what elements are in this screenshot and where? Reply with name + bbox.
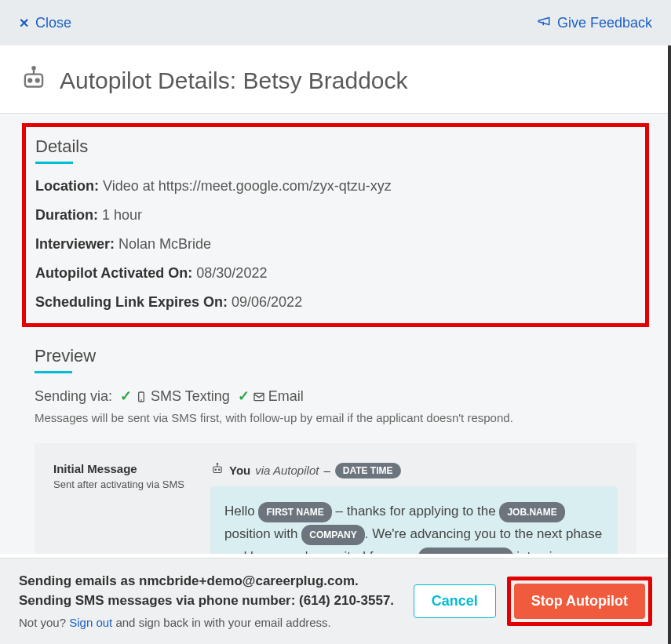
- message-header: You via Autopilot – DATE TIME: [210, 462, 618, 478]
- svg-point-1: [28, 79, 31, 82]
- detail-value: 1 hour: [98, 207, 142, 223]
- megaphone-icon: [537, 14, 551, 32]
- detail-row-activated: Autopilot Activated On: 08/30/2022: [35, 265, 636, 282]
- detail-label: Autopilot Activated On:: [35, 265, 192, 281]
- preview-heading: Preview: [35, 346, 96, 366]
- detail-value: Video at https://meet.google.com/zyx-qtz…: [99, 178, 392, 194]
- message-body: Hello FIRST NAME – thanks for applying t…: [210, 486, 618, 554]
- detail-row-expires: Scheduling Link Expires On: 09/06/2022: [35, 294, 636, 311]
- heading-underline: [35, 162, 73, 164]
- detail-row-location: Location: Video at https://meet.google.c…: [35, 178, 636, 195]
- details-card: Details Location: Video at https://meet.…: [22, 123, 649, 327]
- datetime-pill: DATE TIME: [335, 463, 401, 478]
- detail-label: Duration:: [35, 207, 98, 223]
- close-button[interactable]: ✕ Close: [19, 15, 71, 31]
- interviewtype-pill: INTERVIEW.TYPE: [418, 548, 512, 554]
- details-heading: Details: [35, 136, 88, 157]
- page-title: Autopilot Details: Betsy Braddock: [60, 67, 408, 94]
- detail-row-interviewer: Interviewer: Nolan McBride: [35, 236, 636, 253]
- message-card: Initial Message Sent after activating vi…: [35, 443, 636, 554]
- you-label: You: [229, 464, 250, 477]
- svg-rect-8: [213, 467, 222, 473]
- svg-point-10: [219, 469, 221, 471]
- stop-autopilot-button[interactable]: Stop Autopilot: [514, 584, 645, 619]
- jobname-pill: JOB.NAME: [499, 502, 564, 522]
- footer-bar: Sending emails as nmcbride+demo@careerpl…: [0, 558, 671, 644]
- footer-notyou-line: Not you? Sign out and sign back in with …: [19, 614, 394, 632]
- stop-autopilot-highlight: Stop Autopilot: [507, 577, 652, 626]
- svg-point-9: [215, 469, 217, 471]
- initial-message-subtitle: Sent after activating via SMS: [53, 478, 195, 490]
- sign-out-link[interactable]: Sign out: [69, 616, 112, 629]
- check-icon: ✓: [238, 387, 250, 405]
- right-border: [668, 45, 671, 644]
- cancel-button[interactable]: Cancel: [414, 584, 496, 618]
- check-icon: ✓: [120, 387, 132, 405]
- mobile-icon: [135, 388, 148, 405]
- svg-point-4: [32, 67, 35, 69]
- detail-row-duration: Duration: 1 hour: [35, 207, 636, 224]
- detail-label: Scheduling Link Expires On:: [35, 294, 228, 310]
- sms-label: SMS Texting: [151, 388, 230, 405]
- footer-email-line: Sending emails as nmcbride+demo@careerpl…: [19, 571, 394, 591]
- close-label: Close: [35, 15, 71, 31]
- email-label: Email: [268, 388, 304, 405]
- robot-icon: [19, 64, 49, 97]
- svg-point-2: [36, 79, 39, 82]
- firstname-pill: FIRST NAME: [258, 502, 331, 522]
- mail-icon: [253, 388, 265, 405]
- detail-label: Location:: [35, 178, 99, 194]
- give-feedback-button[interactable]: Give Feedback: [537, 14, 652, 32]
- heading-underline: [35, 371, 72, 373]
- robot-icon: [210, 462, 224, 478]
- sending-note: Messages will be sent via SMS first, wit…: [35, 411, 636, 424]
- detail-value: Nolan McBride: [115, 236, 211, 252]
- detail-value: 08/30/2022: [192, 265, 267, 281]
- close-icon: ✕: [19, 16, 29, 31]
- sending-via-label: Sending via:: [35, 388, 112, 405]
- footer-sms-line: Sending SMS messages via phone number: (…: [19, 591, 394, 611]
- feedback-label: Give Feedback: [557, 15, 652, 31]
- initial-message-title: Initial Message: [53, 462, 195, 475]
- sending-via-row: Sending via: ✓ SMS Texting ✓ Email: [35, 387, 636, 405]
- detail-value: 09/06/2022: [228, 294, 302, 310]
- company-pill: COMPANY: [301, 525, 364, 545]
- svg-point-12: [217, 464, 218, 465]
- detail-label: Interviewer:: [35, 236, 115, 252]
